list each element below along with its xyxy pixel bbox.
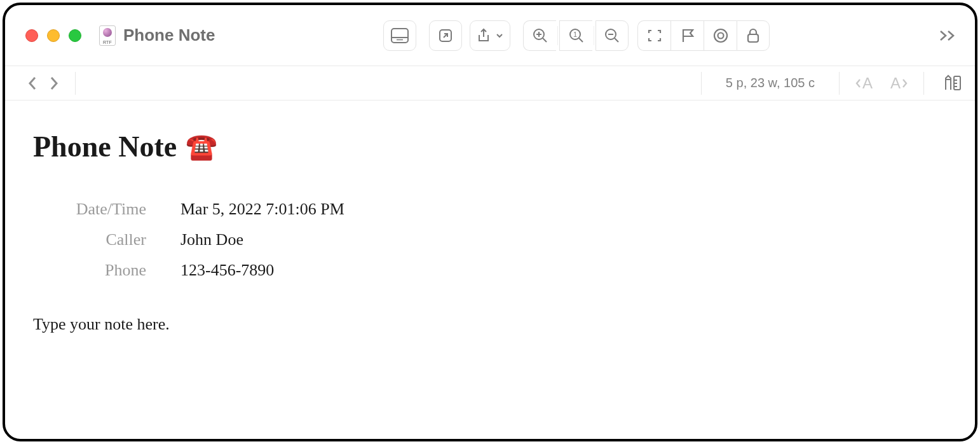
- document-heading: Phone Note ☎️: [33, 130, 947, 163]
- svg-line-9: [579, 38, 583, 42]
- svg-text:1: 1: [573, 31, 577, 38]
- zoom-in-button[interactable]: [523, 20, 556, 51]
- view-group: [637, 20, 770, 51]
- zoom-group: 1: [523, 20, 629, 51]
- share-button[interactable]: [470, 20, 510, 51]
- field-row-datetime: Date/Time Mar 5, 2022 7:01:06 PM: [33, 194, 947, 225]
- divider: [75, 72, 76, 95]
- svg-rect-17: [748, 34, 758, 42]
- field-value: 123-456-7890: [180, 255, 274, 286]
- zoom-actual-button[interactable]: 1: [559, 20, 592, 51]
- minimize-window-button[interactable]: [47, 29, 60, 42]
- document-stats[interactable]: 5 p, 23 w, 105 c: [714, 76, 826, 90]
- rtf-file-icon: [99, 25, 116, 46]
- heading-text: Phone Note: [33, 130, 177, 163]
- close-window-button[interactable]: [25, 29, 38, 42]
- path-bar: 5 p, 23 w, 105 c A A: [5, 66, 975, 101]
- svg-line-12: [615, 38, 618, 42]
- divider: [923, 72, 924, 95]
- history-back-button[interactable]: [24, 73, 41, 94]
- svg-point-16: [718, 32, 723, 38]
- zoom-window-button[interactable]: [69, 29, 81, 42]
- toggle-sidebar-button[interactable]: [383, 20, 416, 51]
- traffic-lights: [25, 29, 81, 42]
- field-label: Caller: [33, 225, 146, 255]
- window: Phone Note: [3, 3, 977, 441]
- window-title: Phone Note: [123, 25, 215, 45]
- editor-area[interactable]: Phone Note ☎️ Date/Time Mar 5, 2022 7:01…: [5, 101, 975, 439]
- field-value: John Doe: [180, 225, 243, 255]
- field-value: Mar 5, 2022 7:01:06 PM: [180, 194, 344, 225]
- svg-line-5: [543, 38, 547, 42]
- history-forward-button[interactable]: [46, 73, 62, 94]
- divider: [701, 72, 702, 95]
- field-row-caller: Caller John Doe: [33, 225, 947, 255]
- focus-mode-button[interactable]: [637, 20, 670, 51]
- titlebar: Phone Note: [5, 5, 975, 66]
- open-link-button[interactable]: [429, 20, 462, 51]
- prev-tag-button[interactable]: A: [852, 74, 875, 92]
- divider: [839, 72, 840, 95]
- svg-point-15: [714, 29, 727, 42]
- zoom-out-button[interactable]: [595, 20, 629, 51]
- chevron-down-icon: [496, 32, 503, 39]
- field-list: Date/Time Mar 5, 2022 7:01:06 PM Caller …: [33, 194, 947, 286]
- document-proxy[interactable]: Phone Note: [99, 25, 215, 46]
- note-body[interactable]: Type your note here.: [33, 315, 947, 334]
- ruler-button[interactable]: [942, 74, 962, 92]
- next-tag-button[interactable]: A: [888, 74, 911, 92]
- flag-button[interactable]: [670, 20, 704, 51]
- field-label: Phone: [33, 255, 146, 286]
- telephone-emoji: ☎️: [186, 132, 217, 162]
- toolbar-overflow-button[interactable]: [938, 28, 957, 43]
- tag-navigation: A A: [852, 74, 911, 92]
- svg-rect-0: [391, 29, 408, 43]
- field-row-phone: Phone 123-456-7890: [33, 255, 947, 286]
- field-label: Date/Time: [33, 194, 146, 225]
- lock-button[interactable]: [737, 20, 770, 51]
- record-button[interactable]: [704, 20, 737, 51]
